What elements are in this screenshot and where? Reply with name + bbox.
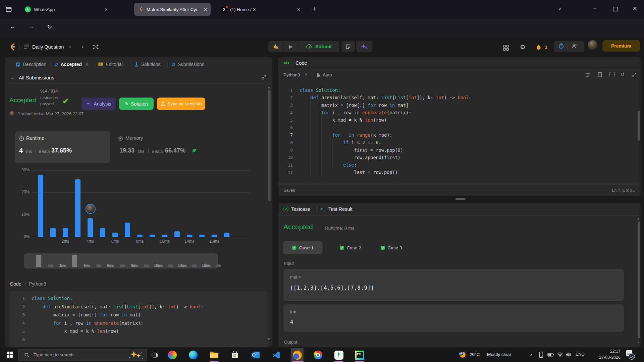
ai-assistant-button[interactable]: [356, 41, 372, 52]
sync-leethub-button[interactable]: Sync w/ LeetHub: [157, 98, 205, 110]
window-close-button[interactable]: ✕: [633, 5, 637, 12]
start-button[interactable]: [7, 352, 13, 359]
runtime-bar-14ms[interactable]: [199, 235, 205, 237]
scroll-down-icon[interactable]: ∨: [268, 337, 270, 341]
format-lines-icon[interactable]: [585, 73, 591, 77]
battery-icon[interactable]: [547, 353, 554, 357]
clock-date[interactable]: 27-03-2026: [590, 355, 621, 360]
analysis-button[interactable]: Analysis: [82, 98, 116, 110]
premium-button[interactable]: Premium: [602, 40, 640, 52]
weather-condition[interactable]: Mostly clear: [487, 352, 511, 357]
tab-description[interactable]: Description: [15, 57, 46, 71]
taskbar-pycharm-icon[interactable]: PC: [354, 349, 365, 361]
reload-button[interactable]: ↻: [47, 23, 52, 31]
firefox-view-icon[interactable]: [5, 6, 12, 14]
problem-list-icon[interactable]: [23, 44, 30, 51]
code-line[interactable]: 7 for _ in range(k_mod):: [278, 131, 634, 139]
code-line[interactable]: 4 for i , row in enumerate(matrix):: [278, 109, 634, 116]
code-line[interactable]: 1class Solution:: [278, 86, 634, 94]
tab-testcase[interactable]: Testcase: [291, 206, 310, 212]
code-line[interactable]: 4 for i , row in enumerate(matrix):: [10, 319, 268, 327]
runtime-bar-11ms[interactable]: [162, 235, 167, 237]
scroll-down-icon[interactable]: ∨: [637, 340, 640, 344]
taskbar-mongodb-icon[interactable]: [333, 349, 344, 361]
tab-test-result[interactable]: Test Result: [328, 206, 353, 212]
tray-expand-icon[interactable]: ∧: [530, 353, 533, 357]
code-line[interactable]: 10 row.append(first): [278, 154, 634, 161]
code-line[interactable]: 1class Solution:: [10, 294, 268, 303]
taskbar-chrome-icon[interactable]: [312, 349, 324, 361]
run-button[interactable]: ▶: [283, 41, 298, 52]
leetcode-logo-icon[interactable]: [8, 42, 17, 53]
field-value[interactable]: 4: [290, 319, 293, 325]
taskbar-firefox-icon[interactable]: [291, 349, 303, 361]
window-maximize-button[interactable]: [613, 7, 618, 11]
language-selector[interactable]: Python3: [283, 72, 300, 77]
tab-leetcode-active[interactable]: Matrix Similarity After Cyclic Shi ✕: [134, 3, 211, 16]
taskbar-edge-icon[interactable]: [187, 349, 199, 361]
scroll-up-icon[interactable]: ∧: [637, 217, 640, 221]
panel-resize-handle[interactable]: [455, 198, 466, 200]
test-scrollbar-thumb[interactable]: [638, 222, 640, 338]
new-tab-button[interactable]: +: [313, 5, 316, 13]
code-line[interactable]: 12 last = row.pop(): [278, 169, 634, 176]
user-avatar[interactable]: [588, 40, 598, 50]
tab-list-chevron-icon[interactable]: ∨: [558, 6, 561, 11]
submission-marker-avatar[interactable]: [86, 204, 96, 214]
volume-icon[interactable]: [566, 352, 572, 357]
task-view-button[interactable]: [149, 349, 160, 361]
problem-list-label[interactable]: Daily Question: [32, 44, 64, 50]
streak-flame-icon[interactable]: [536, 44, 542, 52]
solution-button[interactable]: ✎ Solution: [119, 98, 154, 110]
code-line[interactable]: 11 else:: [278, 161, 634, 169]
taskbar-outlook-icon[interactable]: [250, 349, 261, 361]
taskbar-file-explorer-icon[interactable]: [208, 349, 220, 361]
code-line[interactable]: 2 def areSimilar(self, mat: List[List[in…: [10, 303, 268, 311]
shuffle-icon[interactable]: [93, 44, 99, 51]
auto-mode-label[interactable]: Auto: [323, 72, 332, 77]
tab-editorial[interactable]: Editorial: [98, 57, 123, 71]
runtime-bar-2ms[interactable]: [50, 228, 56, 237]
runtime-distribution-chart[interactable]: 30%20%10%0%2ms4ms6ms8ms10ms14ms16ms: [15, 168, 254, 251]
reset-code-icon[interactable]: ↺: [621, 71, 625, 77]
taskbar-vscode-icon[interactable]: [271, 349, 282, 361]
notes-button[interactable]: [341, 41, 355, 52]
runtime-bar-5ms[interactable]: [88, 218, 93, 237]
code-line[interactable]: 5 k_mod = k % len(row): [278, 116, 634, 124]
runtime-card[interactable]: Runtime 4 ms | Beats 37.65%: [15, 131, 110, 163]
input-field-mat[interactable]: mat = [[1,2,3],[4,5,6],[7,8,9]]: [283, 269, 624, 301]
tab-x-home[interactable]: X (1) Home / X ✕: [217, 3, 304, 16]
runtime-bar-7ms[interactable]: [112, 233, 118, 237]
code-line[interactable]: 8 if i % 2 == 0:: [278, 139, 634, 146]
runtime-bar-12ms[interactable]: [174, 231, 180, 237]
code-line[interactable]: 3 matrix = [row[:] for row in mat]: [10, 311, 268, 319]
code-line[interactable]: 2 def areSimilar(self, mat: List[List[in…: [278, 94, 634, 101]
runtime-bar-3ms[interactable]: [63, 228, 68, 237]
streak-count[interactable]: 1: [545, 45, 547, 50]
notification-center-icon[interactable]: 14: [626, 350, 633, 359]
submission-code-block[interactable]: 1class Solution:2 def areSimilar(self, m…: [10, 291, 268, 347]
code-line[interactable]: 6: [10, 336, 268, 344]
submit-button[interactable]: Submit: [299, 41, 339, 52]
weather-icon[interactable]: [458, 350, 467, 361]
window-minimize-button[interactable]: −: [593, 5, 596, 11]
your-phone-icon[interactable]: [539, 352, 544, 358]
prev-question-icon[interactable]: ‹: [69, 44, 71, 50]
invite-user-icon[interactable]: [571, 43, 577, 50]
copy-link-icon[interactable]: [261, 74, 267, 81]
code-line[interactable]: 5 k_mod = k % len(row): [10, 327, 268, 336]
tab-close-icon[interactable]: ✕: [204, 7, 207, 12]
tab-accepted[interactable]: ↺ Accepted ✕: [54, 57, 89, 71]
field-value[interactable]: [[1,2,3],[4,5,6],[7,8,9]]: [290, 285, 374, 291]
case-2-button[interactable]: Case 2: [332, 241, 369, 254]
runtime-bar-16ms[interactable]: [224, 233, 229, 237]
tab-close-icon[interactable]: ✕: [104, 7, 108, 12]
wifi-icon[interactable]: [557, 352, 563, 357]
code-line[interactable]: 3 matrix = [row[:] for row in mat]: [278, 102, 634, 109]
chevron-down-icon[interactable]: ∨: [305, 72, 307, 76]
case-1-button[interactable]: Case 1: [283, 241, 323, 254]
tab-submissions[interactable]: ↺ Submissions: [171, 57, 204, 71]
runtime-bar-15ms[interactable]: [212, 235, 217, 237]
tab-whatsapp[interactable]: WhatsApp ✕: [21, 3, 111, 16]
bookmark-icon[interactable]: [598, 72, 602, 77]
